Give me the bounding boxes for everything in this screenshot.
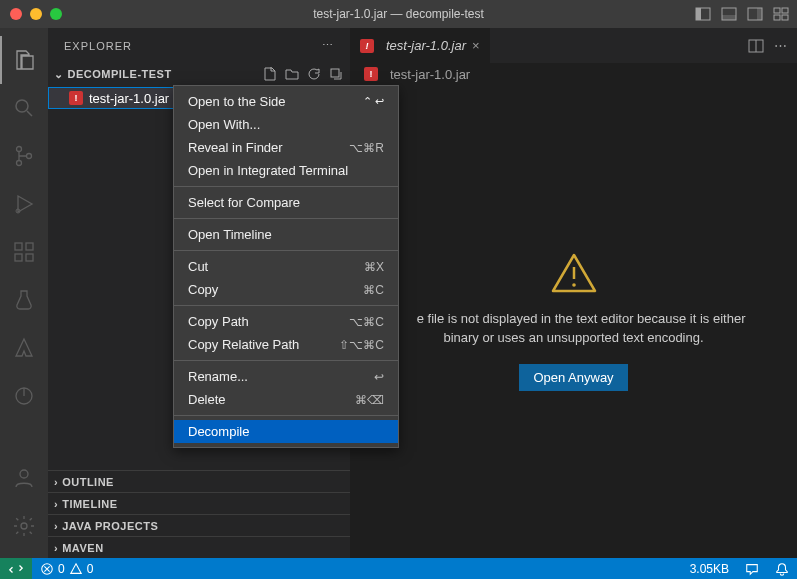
section-label: MAVEN xyxy=(62,542,103,554)
explorer-header: EXPLORER ⋯ xyxy=(48,28,350,63)
menu-separator xyxy=(174,415,398,416)
menu-item-label: Delete xyxy=(188,392,226,407)
minimize-window-button[interactable] xyxy=(30,8,42,20)
svg-point-14 xyxy=(27,154,32,159)
feedback-icon[interactable] xyxy=(737,562,767,576)
toggle-panel-icon[interactable] xyxy=(721,6,737,22)
menu-item-decompile[interactable]: Decompile xyxy=(174,420,398,443)
testing-view-icon[interactable] xyxy=(12,288,36,312)
svg-line-11 xyxy=(27,111,32,116)
tab-label: test-jar-1.0.jar xyxy=(386,38,466,53)
svg-point-28 xyxy=(572,283,576,287)
status-bar: 0 0 3.05KB xyxy=(0,558,797,579)
collapse-all-icon[interactable] xyxy=(328,66,344,82)
titlebar: test-jar-1.0.jar — decompile-test xyxy=(0,0,797,28)
warning-icon xyxy=(69,562,83,576)
chevron-down-icon: ⌄ xyxy=(54,68,64,81)
svg-rect-1 xyxy=(696,8,701,20)
menu-item-copy-path[interactable]: Copy Path⌥⌘C xyxy=(174,310,398,333)
menu-item-delete[interactable]: Delete⌘⌫ xyxy=(174,388,398,411)
menu-item-label: Open Timeline xyxy=(188,227,272,242)
menu-item-select-for-compare[interactable]: Select for Compare xyxy=(174,191,398,214)
jar-file-icon: ! xyxy=(360,39,374,53)
menu-item-label: Decompile xyxy=(188,424,249,439)
file-name: test-jar-1.0.jar xyxy=(89,91,169,106)
close-window-button[interactable] xyxy=(10,8,22,20)
explorer-more-actions-icon[interactable]: ⋯ xyxy=(322,39,334,52)
split-editor-icon[interactable] xyxy=(748,38,764,54)
menu-separator xyxy=(174,218,398,219)
new-folder-icon[interactable] xyxy=(284,66,300,82)
problems-status[interactable]: 0 0 xyxy=(32,562,101,576)
menu-item-cut[interactable]: Cut⌘X xyxy=(174,255,398,278)
editor-more-actions-icon[interactable]: ⋯ xyxy=(774,38,787,53)
menu-item-label: Cut xyxy=(188,259,208,274)
menu-item-open-in-integrated-terminal[interactable]: Open in Integrated Terminal xyxy=(174,159,398,182)
toggle-primary-sidebar-icon[interactable] xyxy=(695,6,711,22)
timeline-section-header[interactable]: ›TIMELINE xyxy=(48,492,350,514)
svg-rect-19 xyxy=(26,243,33,250)
menu-separator xyxy=(174,250,398,251)
menu-shortcut: ⌘C xyxy=(363,283,384,297)
menu-shortcut: ↩ xyxy=(374,370,384,384)
open-anyway-button[interactable]: Open Anyway xyxy=(519,364,627,391)
menu-item-open-with[interactable]: Open With... xyxy=(174,113,398,136)
menu-item-open-timeline[interactable]: Open Timeline xyxy=(174,223,398,246)
section-label: TIMELINE xyxy=(62,498,117,510)
file-size-status[interactable]: 3.05KB xyxy=(682,562,737,576)
svg-point-13 xyxy=(17,161,22,166)
outline-section-header[interactable]: ›OUTLINE xyxy=(48,470,350,492)
settings-gear-icon[interactable] xyxy=(12,514,36,538)
svg-rect-9 xyxy=(782,15,788,20)
menu-shortcut: ⌥⌘R xyxy=(349,141,384,155)
svg-point-10 xyxy=(16,100,28,112)
new-file-icon[interactable] xyxy=(262,66,278,82)
window-title: test-jar-1.0.jar — decompile-test xyxy=(313,7,484,21)
breadcrumb[interactable]: ! test-jar-1.0.jar xyxy=(350,63,797,85)
remote-indicator[interactable] xyxy=(0,558,32,579)
svg-point-22 xyxy=(20,470,28,478)
chevron-right-icon: › xyxy=(54,476,58,488)
menu-item-label: Rename... xyxy=(188,369,248,384)
azure-view-icon[interactable] xyxy=(12,336,36,360)
run-debug-view-icon[interactable] xyxy=(12,192,36,216)
menu-shortcut: ⌘X xyxy=(364,260,384,274)
section-label: JAVA PROJECTS xyxy=(62,520,158,532)
extensions-view-icon[interactable] xyxy=(12,240,36,264)
svg-rect-8 xyxy=(774,15,780,20)
close-tab-icon[interactable]: × xyxy=(472,38,480,53)
accounts-icon[interactable] xyxy=(12,466,36,490)
source-control-view-icon[interactable] xyxy=(12,144,36,168)
message-text: e file is not displayed in the text edit… xyxy=(417,311,746,346)
menu-item-label: Open With... xyxy=(188,117,260,132)
search-view-icon[interactable] xyxy=(12,96,36,120)
power-view-icon[interactable] xyxy=(12,384,36,408)
menu-item-label: Copy Relative Path xyxy=(188,337,299,352)
jar-file-icon: ! xyxy=(364,67,378,81)
java-projects-section-header[interactable]: ›JAVA PROJECTS xyxy=(48,514,350,536)
refresh-icon[interactable] xyxy=(306,66,322,82)
menu-item-open-to-the-side[interactable]: Open to the Side⌃ ↩ xyxy=(174,90,398,113)
explorer-title: EXPLORER xyxy=(64,40,132,52)
menu-item-rename[interactable]: Rename...↩ xyxy=(174,365,398,388)
maven-section-header[interactable]: ›MAVEN xyxy=(48,536,350,558)
explorer-view-icon[interactable] xyxy=(0,36,48,84)
tab-test-jar[interactable]: ! test-jar-1.0.jar × xyxy=(350,28,491,63)
customize-layout-icon[interactable] xyxy=(773,6,789,22)
menu-item-label: Copy xyxy=(188,282,218,297)
menu-item-copy[interactable]: Copy⌘C xyxy=(174,278,398,301)
menu-item-label: Copy Path xyxy=(188,314,249,329)
menu-item-reveal-in-finder[interactable]: Reveal in Finder⌥⌘R xyxy=(174,136,398,159)
toggle-secondary-sidebar-icon[interactable] xyxy=(747,6,763,22)
menu-item-label: Open to the Side xyxy=(188,94,286,109)
notifications-icon[interactable] xyxy=(767,562,797,576)
window-controls xyxy=(0,8,62,20)
menu-shortcut: ⌥⌘C xyxy=(349,315,384,329)
workspace-section-header[interactable]: ⌄ DECOMPILE-TEST xyxy=(48,63,350,85)
maximize-window-button[interactable] xyxy=(50,8,62,20)
activity-bar xyxy=(0,28,48,558)
menu-item-copy-relative-path[interactable]: Copy Relative Path⇧⌥⌘C xyxy=(174,333,398,356)
chevron-right-icon: › xyxy=(54,498,58,510)
section-label: OUTLINE xyxy=(62,476,114,488)
breadcrumb-item: test-jar-1.0.jar xyxy=(390,67,470,82)
